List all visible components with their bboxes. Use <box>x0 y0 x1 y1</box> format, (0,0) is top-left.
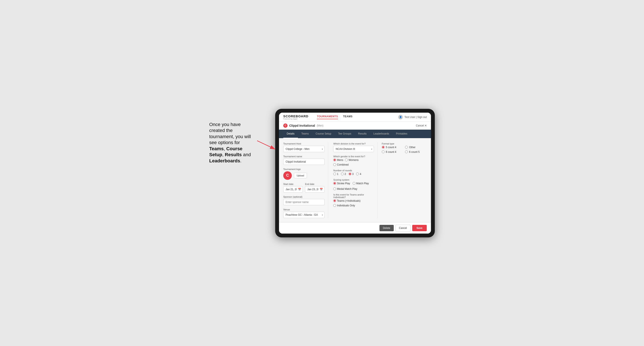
start-date-label: Start date <box>283 183 303 185</box>
format-5count4-radio[interactable] <box>382 146 384 149</box>
start-date-input[interactable] <box>283 186 303 192</box>
sponsor-input[interactable] <box>283 199 324 205</box>
scoring-medal-radio[interactable] <box>333 187 336 190</box>
gender-womens-radio[interactable] <box>345 159 348 161</box>
tab-bar: Details Teams Course Setup Tee Groups Re… <box>279 130 431 138</box>
breadcrumb-bar: C Clippd Invitational (Men) Cancel ✕ <box>279 122 431 130</box>
teams-plus-individuals-radio[interactable] <box>333 199 336 202</box>
gender-mens-option[interactable]: Mens <box>333 159 343 162</box>
format-6count4-option[interactable]: 6 count 4 <box>382 151 404 154</box>
scoring-group: Scoring system Stroke Play Match Play <box>333 178 374 190</box>
tab-tee-groups[interactable]: Tee Groups <box>334 130 354 138</box>
tab-details[interactable]: Details <box>283 130 298 138</box>
format-type-grid: 5 count 4 Other 6 count 4 <box>382 146 427 154</box>
app-header: SCOREBOARD Powered by clippd TOURNAMENTS… <box>279 113 431 122</box>
format-6count5-radio[interactable] <box>405 151 408 153</box>
gender-label: Which gender is the event for? <box>333 155 374 158</box>
scoring-stroke-radio[interactable] <box>333 182 336 185</box>
main-content: Tournament Host Clippd College - Men ▾ T… <box>279 138 431 222</box>
logo-text: SCOREBOARD <box>283 114 308 118</box>
logo-preview: C <box>283 171 292 180</box>
rounds-4-label: 4 <box>360 173 361 175</box>
gender-combined-radio[interactable] <box>333 163 336 166</box>
scoring-match-radio[interactable] <box>353 182 356 185</box>
rounds-3-option[interactable]: 3 <box>348 173 354 175</box>
format-6count5-option[interactable]: 6 count 5 <box>405 151 427 154</box>
logo-sub: Powered by clippd <box>283 118 308 120</box>
tablet-frame: SCOREBOARD Powered by clippd TOURNAMENTS… <box>275 109 435 237</box>
scoring-label: Scoring system <box>333 178 374 181</box>
gender-womens-option[interactable]: Womens <box>345 159 358 162</box>
tab-course-setup[interactable]: Course Setup <box>312 130 334 138</box>
gender-mens-radio[interactable] <box>333 159 336 161</box>
tournament-title: Clippd Invitational <box>289 124 315 127</box>
tab-leaderboards[interactable]: Leaderboards <box>370 130 392 138</box>
rounds-1-label: 1 <box>337 173 338 175</box>
division-select-wrapper: NCAA Division III ▾ <box>333 146 374 152</box>
scoring-match-option[interactable]: Match Play <box>353 182 369 185</box>
tournament-host-select-wrapper: Clippd College - Men ▾ <box>283 146 324 152</box>
format-5count4-option[interactable]: 5 count 4 <box>382 146 404 149</box>
tab-printables[interactable]: Printables <box>393 130 411 138</box>
scoring-medal-label: Medal Match Play <box>337 187 357 190</box>
gender-combined-option[interactable]: Combined <box>333 163 348 166</box>
save-button[interactable]: Save <box>412 225 427 231</box>
tab-teams[interactable]: Teams <box>298 130 312 138</box>
user-avatar: 👤 <box>398 115 403 119</box>
format-6count4-label: 6 count 4 <box>386 151 396 154</box>
rounds-1-radio[interactable] <box>333 173 336 175</box>
venue-label: Venue <box>283 208 324 211</box>
division-label: Which division is the event for? <box>333 142 374 145</box>
rounds-3-radio[interactable] <box>348 173 351 175</box>
header-left: SCOREBOARD Powered by clippd TOURNAMENTS… <box>283 114 352 120</box>
breadcrumb-icon: C <box>283 124 288 128</box>
division-select[interactable]: NCAA Division III <box>333 146 374 152</box>
rounds-2-radio[interactable] <box>341 173 344 175</box>
tab-results[interactable]: Results <box>354 130 370 138</box>
nav-tournaments[interactable]: TOURNAMENTS <box>317 115 338 119</box>
sponsor-label: Sponsor (optional) <box>283 195 324 198</box>
rounds-4-radio[interactable] <box>356 173 359 175</box>
teams-individuals-group: Is this event for Teams and/or Individua… <box>333 193 374 207</box>
venue-select-wrapper: Peachtree GC - Atlanta - GA ▾ <box>283 212 324 218</box>
end-date-label: End date <box>305 183 324 185</box>
rounds-2-label: 2 <box>344 173 346 175</box>
nav-teams[interactable]: TEAMS <box>343 115 353 119</box>
rounds-group: Number of rounds 1 2 <box>333 169 374 175</box>
individuals-only-radio[interactable] <box>333 204 336 207</box>
format-6count4-radio[interactable] <box>382 151 384 153</box>
format-6count5-label: 6 count 5 <box>409 151 420 154</box>
venue-select[interactable]: Peachtree GC - Atlanta - GA <box>283 212 324 218</box>
rounds-2-option[interactable]: 2 <box>341 173 346 175</box>
date-row: Start date 📅 End date 📅 <box>283 183 324 192</box>
tournament-name-input[interactable] <box>283 159 324 165</box>
tournament-logo-group: Tournament logo C Upload <box>283 168 324 180</box>
format-other-radio[interactable] <box>405 146 408 149</box>
scoring-match-label: Match Play <box>356 182 369 185</box>
teams-plus-individuals-option[interactable]: Teams (+Individuals) <box>333 199 360 202</box>
tournament-host-select[interactable]: Clippd College - Men <box>283 146 324 152</box>
start-date-wrapper: 📅 <box>283 186 303 192</box>
venue-group: Venue Peachtree GC - Atlanta - GA ▾ <box>283 208 324 218</box>
rounds-4-option[interactable]: 4 <box>356 173 361 175</box>
teams-individuals-label: Is this event for Teams and/or Individua… <box>333 193 374 198</box>
format-other-option[interactable]: Other <box>405 146 427 149</box>
form-left-section: Tournament Host Clippd College - Men ▾ T… <box>283 142 328 218</box>
gender-combined-label: Combined <box>337 163 348 166</box>
rounds-3-label: 3 <box>352 173 354 175</box>
scoring-stroke-option[interactable]: Stroke Play <box>333 182 350 185</box>
end-date-wrapper: 📅 <box>305 186 324 192</box>
rounds-radio-group: 1 2 3 4 <box>333 173 374 175</box>
delete-button[interactable]: Delete <box>380 225 394 231</box>
rounds-1-option[interactable]: 1 <box>333 173 338 175</box>
cancel-top-button[interactable]: Cancel ✕ <box>416 124 427 127</box>
scoring-medal-option[interactable]: Medal Match Play <box>333 187 357 190</box>
individuals-only-option[interactable]: Individuals Only <box>333 204 355 207</box>
upload-button[interactable]: Upload <box>294 173 307 178</box>
logo-upload-area: C Upload <box>283 171 324 180</box>
user-info[interactable]: Test User | Sign out <box>404 116 427 119</box>
end-date-input[interactable] <box>305 186 324 192</box>
format-other-label: Other <box>409 146 416 149</box>
gender-radio-group: Mens Womens Combined <box>333 159 374 166</box>
cancel-button[interactable]: Cancel <box>396 225 410 231</box>
